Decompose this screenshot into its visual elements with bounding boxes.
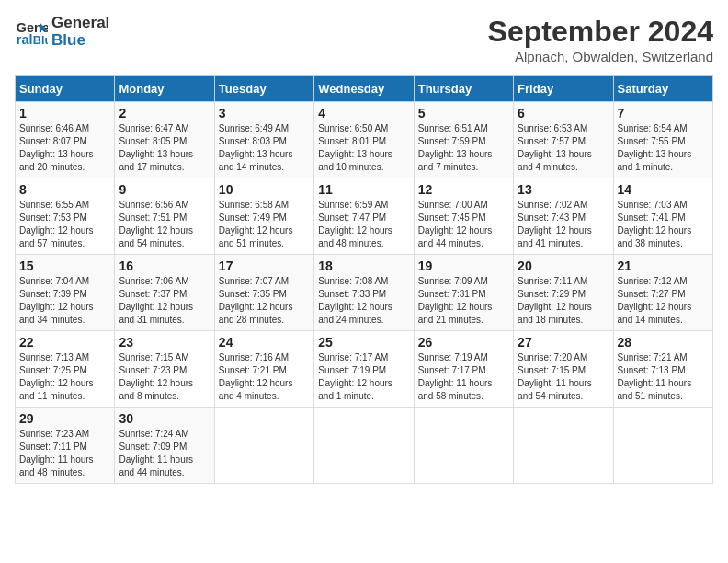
sunrise-label: Sunrise: 7:04 AM [19,276,89,286]
calendar-cell [414,408,513,484]
day-info: Sunrise: 7:03 AM Sunset: 7:41 PM Dayligh… [618,199,709,250]
sunrise-label: Sunrise: 6:54 AM [618,123,688,133]
daylight-label: Daylight: 12 hours and 21 minutes. [418,302,493,325]
col-thursday: Thursday [414,76,513,102]
day-info: Sunrise: 6:59 AM Sunset: 7:47 PM Dayligh… [318,199,409,250]
day-info: Sunrise: 7:23 AM Sunset: 7:11 PM Dayligh… [19,428,110,479]
sunrise-label: Sunrise: 7:15 AM [119,352,188,362]
sunset-label: Sunset: 7:57 PM [518,136,586,146]
daylight-label: Daylight: 11 hours and 54 minutes. [518,378,592,401]
day-number: 28 [618,335,709,350]
sunset-label: Sunset: 7:41 PM [618,213,686,223]
sunset-label: Sunset: 7:25 PM [19,365,87,375]
svg-text:Blue: Blue [33,33,48,46]
daylight-label: Daylight: 12 hours and 1 minute. [318,378,392,401]
daylight-label: Daylight: 12 hours and 24 minutes. [318,302,392,325]
sunset-label: Sunset: 7:49 PM [219,213,287,223]
daylight-label: Daylight: 12 hours and 34 minutes. [19,302,94,325]
calendar-week-row: 1 Sunrise: 6:46 AM Sunset: 8:07 PM Dayli… [16,102,713,178]
sunset-label: Sunset: 7:51 PM [119,213,187,223]
calendar-cell: 22 Sunrise: 7:13 AM Sunset: 7:25 PM Dayl… [16,331,115,408]
calendar-cell: 9 Sunrise: 6:56 AM Sunset: 7:51 PM Dayli… [115,178,214,255]
day-number: 11 [318,182,409,197]
sunrise-label: Sunrise: 6:46 AM [19,123,89,133]
sunrise-label: Sunrise: 6:53 AM [518,123,587,133]
calendar-week-row: 8 Sunrise: 6:55 AM Sunset: 7:53 PM Dayli… [16,178,713,255]
title-block: September 2024 Alpnach, Obwalden, Switze… [488,15,713,64]
sunrise-label: Sunrise: 7:09 AM [418,276,488,286]
day-info: Sunrise: 7:16 AM Sunset: 7:21 PM Dayligh… [219,351,310,403]
month-title: September 2024 [488,15,713,49]
day-info: Sunrise: 6:49 AM Sunset: 8:03 PM Dayligh… [219,122,310,174]
sunrise-label: Sunrise: 6:51 AM [418,123,488,133]
calendar-header-row: Sunday Monday Tuesday Wednesday Thursday… [16,76,713,102]
day-number: 17 [219,259,310,273]
day-info: Sunrise: 6:46 AM Sunset: 8:07 PM Dayligh… [19,122,110,174]
sunrise-label: Sunrise: 6:58 AM [219,200,289,210]
sunrise-label: Sunrise: 6:56 AM [119,200,188,210]
sunrise-label: Sunrise: 7:13 AM [19,352,89,362]
calendar-cell: 1 Sunrise: 6:46 AM Sunset: 8:07 PM Dayli… [16,102,115,178]
col-friday: Friday [514,76,613,102]
calendar-cell: 15 Sunrise: 7:04 AM Sunset: 7:39 PM Dayl… [16,255,115,331]
calendar-week-row: 29 Sunrise: 7:23 AM Sunset: 7:11 PM Dayl… [16,408,713,484]
sunrise-label: Sunrise: 7:00 AM [418,200,488,210]
sunrise-label: Sunrise: 7:12 AM [618,276,688,286]
daylight-label: Daylight: 12 hours and 38 minutes. [618,225,692,248]
daylight-label: Daylight: 12 hours and 11 minutes. [19,378,94,401]
day-number: 18 [318,259,409,273]
sunset-label: Sunset: 7:19 PM [318,365,386,375]
daylight-label: Daylight: 12 hours and 4 minutes. [219,378,293,401]
day-info: Sunrise: 7:02 AM Sunset: 7:43 PM Dayligh… [518,199,609,250]
sunrise-label: Sunrise: 7:17 AM [318,352,388,362]
sunrise-label: Sunrise: 7:23 AM [19,429,89,439]
sunset-label: Sunset: 8:05 PM [119,136,187,146]
sunrise-label: Sunrise: 7:08 AM [318,276,388,286]
day-info: Sunrise: 6:58 AM Sunset: 7:49 PM Dayligh… [219,199,310,250]
page-header: Gene ral Blue General Blue September 202… [15,15,713,64]
sunrise-label: Sunrise: 6:55 AM [19,200,89,210]
sunset-label: Sunset: 7:53 PM [19,213,87,223]
daylight-label: Daylight: 13 hours and 7 minutes. [418,149,493,172]
day-number: 5 [418,106,509,121]
sunrise-label: Sunrise: 7:19 AM [418,352,488,362]
day-number: 2 [119,106,210,121]
daylight-label: Daylight: 13 hours and 1 minute. [618,149,692,172]
svg-text:ral: ral [17,31,33,46]
day-number: 6 [518,106,609,121]
sunset-label: Sunset: 7:29 PM [518,289,586,299]
day-number: 25 [318,335,409,350]
day-number: 14 [618,182,709,197]
daylight-label: Daylight: 12 hours and 31 minutes. [119,302,193,325]
calendar-cell [613,408,712,484]
sunset-label: Sunset: 7:47 PM [318,213,386,223]
sunrise-label: Sunrise: 7:21 AM [618,352,688,362]
calendar-cell: 20 Sunrise: 7:11 AM Sunset: 7:29 PM Dayl… [514,255,613,331]
calendar-cell: 6 Sunrise: 6:53 AM Sunset: 7:57 PM Dayli… [514,102,613,178]
calendar-cell: 8 Sunrise: 6:55 AM Sunset: 7:53 PM Dayli… [16,178,115,255]
day-number: 24 [219,335,310,350]
day-number: 22 [19,335,110,350]
daylight-label: Daylight: 12 hours and 48 minutes. [318,225,392,248]
day-info: Sunrise: 7:11 AM Sunset: 7:29 PM Dayligh… [518,275,609,327]
day-info: Sunrise: 7:17 AM Sunset: 7:19 PM Dayligh… [318,351,409,403]
sunrise-label: Sunrise: 6:59 AM [318,200,388,210]
daylight-label: Daylight: 12 hours and 54 minutes. [119,225,193,248]
day-info: Sunrise: 7:07 AM Sunset: 7:35 PM Dayligh… [219,275,310,327]
calendar-cell: 7 Sunrise: 6:54 AM Sunset: 7:55 PM Dayli… [613,102,712,178]
day-number: 9 [119,182,210,197]
daylight-label: Daylight: 11 hours and 48 minutes. [19,454,94,477]
sunrise-label: Sunrise: 7:24 AM [119,429,188,439]
day-number: 16 [119,259,210,273]
sunset-label: Sunset: 7:35 PM [219,289,287,299]
sunset-label: Sunset: 8:03 PM [219,136,287,146]
day-number: 29 [19,411,110,426]
sunrise-label: Sunrise: 7:06 AM [119,276,188,286]
calendar-cell: 3 Sunrise: 6:49 AM Sunset: 8:03 PM Dayli… [214,102,313,178]
calendar-cell: 14 Sunrise: 7:03 AM Sunset: 7:41 PM Dayl… [613,178,712,255]
day-number: 15 [19,259,110,273]
calendar-cell: 12 Sunrise: 7:00 AM Sunset: 7:45 PM Dayl… [414,178,513,255]
calendar-cell [314,408,414,484]
calendar-cell: 19 Sunrise: 7:09 AM Sunset: 7:31 PM Dayl… [414,255,513,331]
calendar-cell: 26 Sunrise: 7:19 AM Sunset: 7:17 PM Dayl… [414,331,513,408]
